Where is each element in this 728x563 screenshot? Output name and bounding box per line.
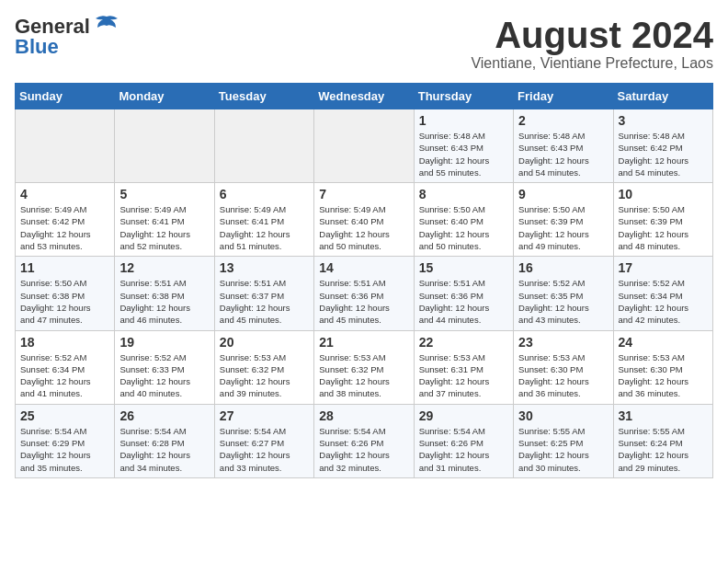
day-info: Sunrise: 5:53 AM Sunset: 6:32 PM Dayligh…	[319, 351, 408, 400]
day-number: 18	[20, 335, 109, 350]
week-row-2: 4Sunrise: 5:49 AM Sunset: 6:42 PM Daylig…	[16, 183, 713, 257]
title-section: August 2024 Vientiane, Vientiane Prefect…	[471, 15, 713, 72]
calendar-cell: 8Sunrise: 5:50 AM Sunset: 6:40 PM Daylig…	[414, 183, 513, 257]
day-info: Sunrise: 5:54 AM Sunset: 6:28 PM Dayligh…	[119, 425, 209, 474]
calendar-cell: 24Sunrise: 5:53 AM Sunset: 6:30 PM Dayli…	[613, 330, 712, 404]
day-number: 31	[619, 408, 708, 423]
week-row-5: 25Sunrise: 5:54 AM Sunset: 6:29 PM Dayli…	[16, 404, 713, 477]
day-info: Sunrise: 5:53 AM Sunset: 6:31 PM Dayligh…	[419, 351, 508, 400]
calendar-cell: 20Sunrise: 5:53 AM Sunset: 6:32 PM Dayli…	[214, 330, 313, 404]
weekday-header-wednesday: Wednesday	[314, 84, 414, 109]
day-number: 23	[518, 335, 608, 350]
calendar-cell: 3Sunrise: 5:48 AM Sunset: 6:42 PM Daylig…	[613, 109, 712, 183]
weekday-header-row: SundayMondayTuesdayWednesdayThursdayFrid…	[16, 84, 713, 109]
calendar-cell: 1Sunrise: 5:48 AM Sunset: 6:43 PM Daylig…	[414, 109, 513, 183]
day-number: 26	[119, 408, 209, 423]
day-number: 3	[619, 113, 708, 128]
day-number: 17	[619, 260, 708, 275]
day-info: Sunrise: 5:52 AM Sunset: 6:34 PM Dayligh…	[619, 277, 708, 326]
day-number: 30	[518, 408, 608, 423]
calendar-cell: 16Sunrise: 5:52 AM Sunset: 6:35 PM Dayli…	[514, 257, 613, 330]
day-number: 4	[20, 187, 109, 201]
calendar-cell: 22Sunrise: 5:53 AM Sunset: 6:31 PM Dayli…	[414, 330, 513, 404]
day-number: 6	[220, 187, 309, 201]
day-info: Sunrise: 5:51 AM Sunset: 6:36 PM Dayligh…	[419, 277, 508, 326]
day-number: 5	[119, 187, 209, 201]
day-number: 2	[518, 113, 608, 128]
day-number: 29	[419, 408, 508, 423]
calendar-cell: 31Sunrise: 5:55 AM Sunset: 6:24 PM Dayli…	[613, 404, 712, 477]
week-row-1: 1Sunrise: 5:48 AM Sunset: 6:43 PM Daylig…	[16, 109, 713, 183]
logo-bird-icon	[94, 15, 119, 39]
day-number: 16	[518, 260, 608, 275]
day-number: 13	[220, 260, 309, 275]
day-info: Sunrise: 5:51 AM Sunset: 6:38 PM Dayligh…	[119, 277, 209, 326]
weekday-header-friday: Friday	[514, 84, 613, 109]
calendar-cell: 6Sunrise: 5:49 AM Sunset: 6:41 PM Daylig…	[214, 183, 313, 257]
calendar-cell: 27Sunrise: 5:54 AM Sunset: 6:27 PM Dayli…	[214, 404, 313, 477]
day-info: Sunrise: 5:54 AM Sunset: 6:27 PM Dayligh…	[220, 425, 309, 474]
calendar-cell: 23Sunrise: 5:53 AM Sunset: 6:30 PM Dayli…	[514, 330, 613, 404]
day-info: Sunrise: 5:49 AM Sunset: 6:41 PM Dayligh…	[220, 203, 309, 252]
calendar-cell: 19Sunrise: 5:52 AM Sunset: 6:33 PM Dayli…	[115, 330, 214, 404]
logo: General Blue	[15, 15, 119, 57]
day-info: Sunrise: 5:48 AM Sunset: 6:42 PM Dayligh…	[619, 130, 708, 178]
calendar-cell: 30Sunrise: 5:55 AM Sunset: 6:25 PM Dayli…	[514, 404, 613, 477]
day-number: 22	[419, 335, 508, 350]
calendar-cell	[214, 109, 313, 183]
calendar-cell: 12Sunrise: 5:51 AM Sunset: 6:38 PM Dayli…	[115, 257, 214, 330]
day-number: 28	[319, 408, 408, 423]
day-info: Sunrise: 5:54 AM Sunset: 6:29 PM Dayligh…	[20, 425, 109, 474]
calendar-cell: 14Sunrise: 5:51 AM Sunset: 6:36 PM Dayli…	[314, 257, 414, 330]
day-info: Sunrise: 5:48 AM Sunset: 6:43 PM Dayligh…	[419, 130, 508, 178]
day-info: Sunrise: 5:55 AM Sunset: 6:25 PM Dayligh…	[518, 425, 608, 474]
calendar-cell: 11Sunrise: 5:50 AM Sunset: 6:38 PM Dayli…	[16, 257, 115, 330]
calendar-cell: 28Sunrise: 5:54 AM Sunset: 6:26 PM Dayli…	[314, 404, 414, 477]
day-info: Sunrise: 5:52 AM Sunset: 6:33 PM Dayligh…	[119, 351, 209, 400]
week-row-3: 11Sunrise: 5:50 AM Sunset: 6:38 PM Dayli…	[16, 257, 713, 330]
header: General Blue August 2024 Vientiane, Vien…	[15, 15, 713, 72]
calendar-cell	[314, 109, 414, 183]
day-number: 11	[20, 260, 109, 275]
day-number: 19	[119, 335, 209, 350]
calendar-cell: 7Sunrise: 5:49 AM Sunset: 6:40 PM Daylig…	[314, 183, 414, 257]
day-number: 7	[319, 187, 408, 201]
day-number: 27	[220, 408, 309, 423]
day-number: 25	[20, 408, 109, 423]
logo-general: General	[15, 17, 90, 37]
calendar-cell: 13Sunrise: 5:51 AM Sunset: 6:37 PM Dayli…	[214, 257, 313, 330]
day-info: Sunrise: 5:54 AM Sunset: 6:26 PM Dayligh…	[419, 425, 508, 474]
day-number: 12	[119, 260, 209, 275]
day-number: 9	[518, 187, 608, 201]
day-info: Sunrise: 5:49 AM Sunset: 6:41 PM Dayligh…	[119, 203, 209, 252]
weekday-header-sunday: Sunday	[16, 84, 115, 109]
calendar-cell: 29Sunrise: 5:54 AM Sunset: 6:26 PM Dayli…	[414, 404, 513, 477]
day-info: Sunrise: 5:52 AM Sunset: 6:34 PM Dayligh…	[20, 351, 109, 400]
calendar-cell: 2Sunrise: 5:48 AM Sunset: 6:43 PM Daylig…	[514, 109, 613, 183]
calendar-cell: 25Sunrise: 5:54 AM Sunset: 6:29 PM Dayli…	[16, 404, 115, 477]
day-info: Sunrise: 5:51 AM Sunset: 6:37 PM Dayligh…	[220, 277, 309, 326]
day-number: 24	[619, 335, 708, 350]
calendar-subtitle: Vientiane, Vientiane Prefecture, Laos	[471, 55, 713, 72]
day-info: Sunrise: 5:48 AM Sunset: 6:43 PM Dayligh…	[518, 130, 608, 178]
calendar-cell	[115, 109, 214, 183]
day-info: Sunrise: 5:50 AM Sunset: 6:40 PM Dayligh…	[419, 203, 508, 252]
day-info: Sunrise: 5:52 AM Sunset: 6:35 PM Dayligh…	[518, 277, 608, 326]
day-number: 10	[619, 187, 708, 201]
calendar-cell: 10Sunrise: 5:50 AM Sunset: 6:39 PM Dayli…	[613, 183, 712, 257]
calendar-cell: 5Sunrise: 5:49 AM Sunset: 6:41 PM Daylig…	[115, 183, 214, 257]
weekday-header-saturday: Saturday	[613, 84, 712, 109]
weekday-header-monday: Monday	[115, 84, 214, 109]
day-number: 14	[319, 260, 408, 275]
day-info: Sunrise: 5:55 AM Sunset: 6:24 PM Dayligh…	[619, 425, 708, 474]
day-info: Sunrise: 5:54 AM Sunset: 6:26 PM Dayligh…	[319, 425, 408, 474]
day-number: 21	[319, 335, 408, 350]
calendar-cell: 18Sunrise: 5:52 AM Sunset: 6:34 PM Dayli…	[16, 330, 115, 404]
calendar-cell: 21Sunrise: 5:53 AM Sunset: 6:32 PM Dayli…	[314, 330, 414, 404]
day-info: Sunrise: 5:50 AM Sunset: 6:39 PM Dayligh…	[619, 203, 708, 252]
calendar-title: August 2024	[471, 15, 713, 55]
weekday-header-thursday: Thursday	[414, 84, 513, 109]
calendar-table: SundayMondayTuesdayWednesdayThursdayFrid…	[15, 83, 713, 478]
day-info: Sunrise: 5:50 AM Sunset: 6:39 PM Dayligh…	[518, 203, 608, 252]
week-row-4: 18Sunrise: 5:52 AM Sunset: 6:34 PM Dayli…	[16, 330, 713, 404]
